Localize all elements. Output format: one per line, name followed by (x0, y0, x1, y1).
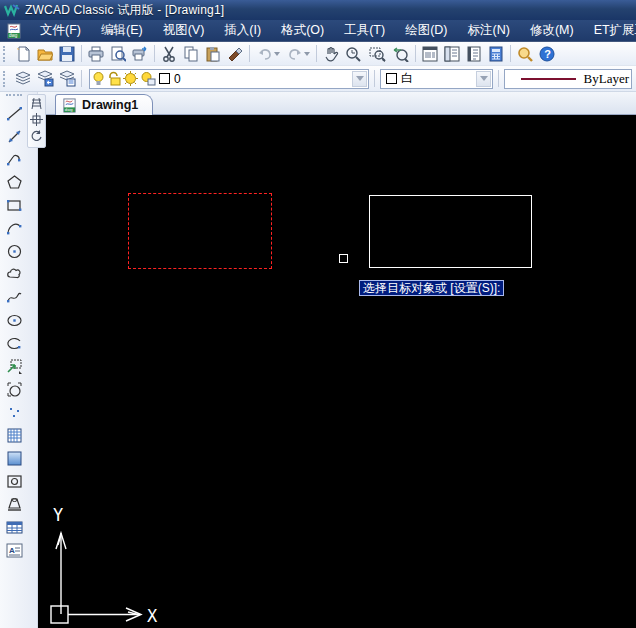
menu-dimension[interactable]: 标注(N) (458, 20, 520, 42)
rectangle-button[interactable] (3, 194, 26, 217)
new-button[interactable] (12, 43, 34, 64)
revision-cloud-icon (6, 266, 23, 283)
layer-previous-button[interactable] (34, 68, 56, 89)
revision-cloud-button[interactable] (3, 263, 26, 286)
menu-file[interactable]: 文件(F) (30, 20, 91, 42)
open-button[interactable] (34, 43, 56, 64)
layer-dropdown-arrow[interactable] (352, 71, 367, 87)
polygon-button[interactable] (3, 171, 26, 194)
color-dropdown-arrow[interactable] (476, 71, 491, 87)
copy-button[interactable] (180, 43, 202, 64)
menu-view[interactable]: 视图(V) (153, 20, 215, 42)
gradient-icon (6, 450, 23, 467)
table-button[interactable] (3, 516, 26, 539)
insert-block-button[interactable] (3, 355, 26, 378)
mini-tool-button-3[interactable] (29, 129, 44, 145)
undo-button[interactable] (253, 43, 283, 64)
redo-button[interactable] (283, 43, 313, 64)
line-icon (6, 105, 23, 122)
find-button[interactable] (514, 43, 536, 64)
zoom-window-button[interactable] (364, 43, 390, 64)
toolbar-grip[interactable] (3, 71, 8, 87)
separator (81, 70, 82, 87)
layer-vp-freeze-icon (140, 71, 156, 86)
properties-toolbar: 0 白 ByLayer (0, 66, 636, 92)
construction-line-button[interactable] (3, 125, 26, 148)
drawing-canvas[interactable]: 选择目标对象或 [设置(S)]: Y X (38, 115, 636, 628)
match-properties-icon (227, 46, 243, 62)
mini-toolbar (27, 94, 46, 148)
target-rectangle[interactable] (369, 195, 532, 268)
menu-tools[interactable]: 工具(T) (334, 20, 395, 42)
point-button[interactable] (3, 401, 26, 424)
polyline-button[interactable] (3, 148, 26, 171)
current-color-name: 白 (401, 70, 413, 87)
print-button[interactable] (85, 43, 107, 64)
plot-button[interactable] (129, 43, 151, 64)
save-button[interactable] (56, 43, 78, 64)
hatch-marks-icon (30, 97, 43, 110)
menu-draw[interactable]: 绘图(D) (395, 20, 457, 42)
print-preview-button[interactable] (107, 43, 129, 64)
toolbar-grip[interactable] (6, 94, 22, 98)
line-button[interactable] (3, 102, 26, 125)
zoom-realtime-icon (345, 46, 361, 62)
spline-icon (6, 289, 23, 306)
tool-palettes-icon (466, 46, 482, 62)
circle-button[interactable] (3, 240, 26, 263)
help-button[interactable]: ? (536, 43, 558, 64)
current-layer-name: 0 (174, 72, 181, 86)
redo-dropdown-arrow[interactable] (304, 52, 310, 56)
match-properties-button[interactable] (224, 43, 246, 64)
region-icon (6, 473, 23, 490)
zoom-realtime-button[interactable] (342, 43, 364, 64)
layer-states-button[interactable] (56, 68, 78, 89)
undo-dropdown-arrow[interactable] (274, 52, 280, 56)
gradient-button[interactable] (3, 447, 26, 470)
mini-tool-button-1[interactable] (29, 97, 44, 113)
menu-edit[interactable]: 编辑(E) (91, 20, 153, 42)
left-dock: A (0, 92, 38, 628)
layer-unlock-icon (107, 71, 121, 86)
arc-button[interactable] (3, 217, 26, 240)
menu-modify[interactable]: 修改(M) (520, 20, 584, 42)
paste-button[interactable] (202, 43, 224, 64)
tab-label: Drawing1 (82, 98, 138, 112)
design-center-button[interactable] (441, 43, 463, 64)
spline-button[interactable] (3, 286, 26, 309)
hatch-button[interactable] (3, 424, 26, 447)
make-block-button[interactable] (3, 378, 26, 401)
calculator-button[interactable] (485, 43, 507, 64)
current-linetype-name: ByLayer (584, 71, 629, 87)
new-icon (15, 46, 31, 62)
current-color-swatch (386, 73, 397, 84)
mtext-button[interactable]: A (3, 539, 26, 562)
mtext-icon: A (6, 542, 23, 559)
selected-rectangle[interactable] (128, 193, 272, 269)
svg-text:dwg: dwg (65, 107, 73, 112)
properties-palette-button[interactable] (419, 43, 441, 64)
polyline-icon (6, 151, 23, 168)
zwcad-logo-icon (4, 3, 20, 17)
layer-select[interactable]: 0 (89, 69, 369, 89)
menu-format[interactable]: 格式(O) (271, 20, 334, 42)
menu-et-tools[interactable]: ET扩展工具(X) (584, 20, 636, 42)
tool-palettes-button[interactable] (463, 43, 485, 64)
pan-button[interactable] (320, 43, 342, 64)
mini-tool-button-2[interactable] (29, 113, 44, 129)
pickbox-cursor[interactable] (339, 254, 348, 263)
layer-properties-button[interactable] (12, 68, 34, 89)
wipeout-button[interactable] (3, 493, 26, 516)
zoom-previous-button[interactable] (390, 43, 412, 64)
ellipse-button[interactable] (3, 309, 26, 332)
menu-insert[interactable]: 插入(I) (214, 20, 271, 42)
linetype-select[interactable]: ByLayer (504, 69, 632, 89)
ellipse-arc-button[interactable] (3, 332, 26, 355)
toolbar-grip[interactable] (3, 46, 8, 62)
region-button[interactable] (3, 470, 26, 493)
cut-button[interactable] (158, 43, 180, 64)
tab-drawing1[interactable]: dwg Drawing1 (55, 94, 153, 115)
layer-properties-icon (15, 70, 32, 87)
save-icon (59, 46, 75, 62)
color-select[interactable]: 白 (380, 69, 493, 89)
